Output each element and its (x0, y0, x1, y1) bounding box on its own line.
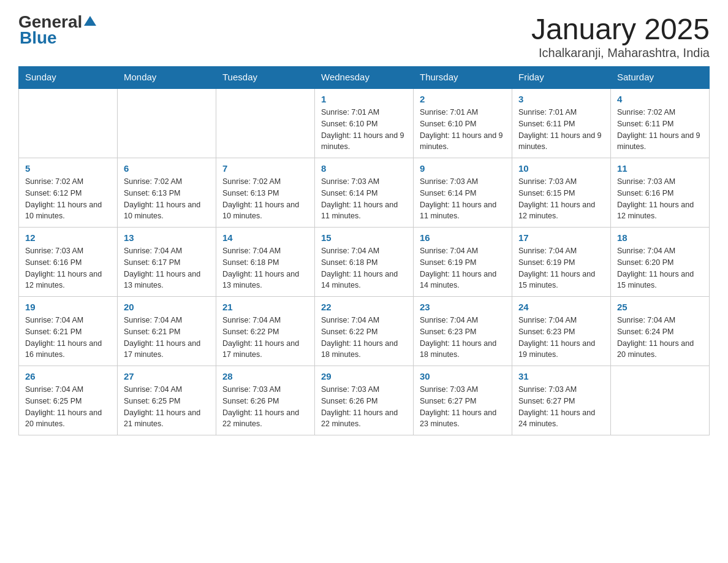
day-info: Sunrise: 7:03 AMSunset: 6:16 PMDaylight:… (25, 245, 111, 291)
day-info: Sunrise: 7:04 AMSunset: 6:25 PMDaylight:… (25, 384, 111, 430)
day-number: 27 (124, 371, 210, 381)
day-cell: 2Sunrise: 7:01 AMSunset: 6:10 PMDaylight… (414, 88, 512, 158)
day-cell: 22Sunrise: 7:04 AMSunset: 6:22 PMDayligh… (315, 297, 414, 366)
day-cell (216, 88, 315, 158)
day-cell: 17Sunrise: 7:04 AMSunset: 6:19 PMDayligh… (512, 228, 611, 297)
day-number: 18 (617, 232, 703, 243)
title-block: January 2025 Ichalkaranji, Maharashtra, … (531, 12, 710, 60)
day-cell: 28Sunrise: 7:03 AMSunset: 6:26 PMDayligh… (216, 366, 315, 435)
day-cell: 3Sunrise: 7:01 AMSunset: 6:11 PMDaylight… (512, 88, 611, 158)
logo-triangle-icon (84, 16, 96, 26)
logo: General Blue (18, 12, 96, 48)
day-info: Sunrise: 7:03 AMSunset: 6:27 PMDaylight:… (518, 384, 604, 430)
calendar-title: January 2025 (531, 12, 710, 46)
day-number: 9 (420, 163, 506, 174)
day-number: 4 (617, 94, 703, 104)
day-header-monday: Monday (118, 67, 216, 88)
day-number: 20 (124, 302, 210, 312)
day-number: 10 (518, 163, 604, 174)
day-info: Sunrise: 7:03 AMSunset: 6:26 PMDaylight:… (222, 384, 308, 430)
day-info: Sunrise: 7:04 AMSunset: 6:18 PMDaylight:… (222, 245, 308, 291)
day-number: 15 (321, 232, 407, 243)
day-info: Sunrise: 7:04 AMSunset: 6:24 PMDaylight:… (617, 315, 703, 361)
day-number: 30 (420, 371, 506, 381)
day-cell: 7Sunrise: 7:02 AMSunset: 6:13 PMDaylight… (216, 158, 315, 228)
day-number: 11 (617, 163, 703, 174)
day-info: Sunrise: 7:04 AMSunset: 6:22 PMDaylight:… (321, 315, 407, 361)
week-row-2: 5Sunrise: 7:02 AMSunset: 6:12 PMDaylight… (19, 158, 710, 228)
day-header-tuesday: Tuesday (216, 67, 315, 88)
day-cell: 15Sunrise: 7:04 AMSunset: 6:18 PMDayligh… (315, 228, 414, 297)
day-cell: 18Sunrise: 7:04 AMSunset: 6:20 PMDayligh… (611, 228, 710, 297)
day-info: Sunrise: 7:04 AMSunset: 6:25 PMDaylight:… (124, 384, 210, 430)
day-cell: 23Sunrise: 7:04 AMSunset: 6:23 PMDayligh… (414, 297, 512, 366)
day-cell: 27Sunrise: 7:04 AMSunset: 6:25 PMDayligh… (118, 366, 216, 435)
day-cell: 29Sunrise: 7:03 AMSunset: 6:26 PMDayligh… (315, 366, 414, 435)
day-cell: 10Sunrise: 7:03 AMSunset: 6:15 PMDayligh… (512, 158, 611, 228)
day-number: 19 (25, 302, 111, 312)
day-number: 13 (124, 232, 210, 243)
day-cell: 26Sunrise: 7:04 AMSunset: 6:25 PMDayligh… (19, 366, 118, 435)
day-number: 3 (518, 94, 604, 104)
day-cell: 19Sunrise: 7:04 AMSunset: 6:21 PMDayligh… (19, 297, 118, 366)
day-cell: 4Sunrise: 7:02 AMSunset: 6:11 PMDaylight… (611, 88, 710, 158)
day-info: Sunrise: 7:02 AMSunset: 6:11 PMDaylight:… (617, 107, 703, 153)
calendar-subtitle: Ichalkaranji, Maharashtra, India (531, 46, 710, 60)
day-info: Sunrise: 7:02 AMSunset: 6:13 PMDaylight:… (124, 176, 210, 222)
day-cell: 31Sunrise: 7:03 AMSunset: 6:27 PMDayligh… (512, 366, 611, 435)
day-number: 16 (420, 232, 506, 243)
day-header-thursday: Thursday (414, 67, 512, 88)
day-cell: 14Sunrise: 7:04 AMSunset: 6:18 PMDayligh… (216, 228, 315, 297)
day-number: 29 (321, 371, 407, 381)
day-info: Sunrise: 7:03 AMSunset: 6:14 PMDaylight:… (420, 176, 506, 222)
day-number: 7 (222, 163, 308, 174)
day-info: Sunrise: 7:04 AMSunset: 6:23 PMDaylight:… (518, 315, 604, 361)
day-number: 26 (25, 371, 111, 381)
calendar-body: 1Sunrise: 7:01 AMSunset: 6:10 PMDaylight… (19, 88, 710, 435)
day-cell: 12Sunrise: 7:03 AMSunset: 6:16 PMDayligh… (19, 228, 118, 297)
day-info: Sunrise: 7:01 AMSunset: 6:10 PMDaylight:… (420, 107, 506, 153)
page-header: General Blue January 2025 Ichalkaranji, … (18, 12, 710, 60)
day-cell: 16Sunrise: 7:04 AMSunset: 6:19 PMDayligh… (414, 228, 512, 297)
week-row-1: 1Sunrise: 7:01 AMSunset: 6:10 PMDaylight… (19, 88, 710, 158)
week-row-3: 12Sunrise: 7:03 AMSunset: 6:16 PMDayligh… (19, 228, 710, 297)
day-info: Sunrise: 7:04 AMSunset: 6:23 PMDaylight:… (420, 315, 506, 361)
day-info: Sunrise: 7:02 AMSunset: 6:13 PMDaylight:… (222, 176, 308, 222)
day-cell: 30Sunrise: 7:03 AMSunset: 6:27 PMDayligh… (414, 366, 512, 435)
calendar-header: SundayMondayTuesdayWednesdayThursdayFrid… (19, 67, 710, 88)
day-info: Sunrise: 7:04 AMSunset: 6:17 PMDaylight:… (124, 245, 210, 291)
day-cell: 21Sunrise: 7:04 AMSunset: 6:22 PMDayligh… (216, 297, 315, 366)
week-row-4: 19Sunrise: 7:04 AMSunset: 6:21 PMDayligh… (19, 297, 710, 366)
day-info: Sunrise: 7:04 AMSunset: 6:18 PMDaylight:… (321, 245, 407, 291)
day-cell (118, 88, 216, 158)
day-number: 23 (420, 302, 506, 312)
day-number: 14 (222, 232, 308, 243)
logo-blue-text: Blue (20, 28, 57, 48)
day-number: 17 (518, 232, 604, 243)
day-info: Sunrise: 7:03 AMSunset: 6:27 PMDaylight:… (420, 384, 506, 430)
calendar-table: SundayMondayTuesdayWednesdayThursdayFrid… (18, 66, 710, 435)
day-cell: 5Sunrise: 7:02 AMSunset: 6:12 PMDaylight… (19, 158, 118, 228)
day-cell: 6Sunrise: 7:02 AMSunset: 6:13 PMDaylight… (118, 158, 216, 228)
day-number: 28 (222, 371, 308, 381)
day-info: Sunrise: 7:04 AMSunset: 6:20 PMDaylight:… (617, 245, 703, 291)
day-number: 5 (25, 163, 111, 174)
day-number: 24 (518, 302, 604, 312)
day-info: Sunrise: 7:04 AMSunset: 6:19 PMDaylight:… (420, 245, 506, 291)
day-info: Sunrise: 7:03 AMSunset: 6:15 PMDaylight:… (518, 176, 604, 222)
day-number: 22 (321, 302, 407, 312)
day-info: Sunrise: 7:03 AMSunset: 6:26 PMDaylight:… (321, 384, 407, 430)
day-cell: 8Sunrise: 7:03 AMSunset: 6:14 PMDaylight… (315, 158, 414, 228)
day-number: 31 (518, 371, 604, 381)
header-row: SundayMondayTuesdayWednesdayThursdayFrid… (19, 67, 710, 88)
day-number: 21 (222, 302, 308, 312)
day-header-wednesday: Wednesday (315, 67, 414, 88)
day-number: 1 (321, 94, 407, 104)
day-info: Sunrise: 7:01 AMSunset: 6:11 PMDaylight:… (518, 107, 604, 153)
day-cell: 25Sunrise: 7:04 AMSunset: 6:24 PMDayligh… (611, 297, 710, 366)
day-cell (19, 88, 118, 158)
day-number: 12 (25, 232, 111, 243)
day-number: 6 (124, 163, 210, 174)
day-header-sunday: Sunday (19, 67, 118, 88)
day-info: Sunrise: 7:04 AMSunset: 6:22 PMDaylight:… (222, 315, 308, 361)
